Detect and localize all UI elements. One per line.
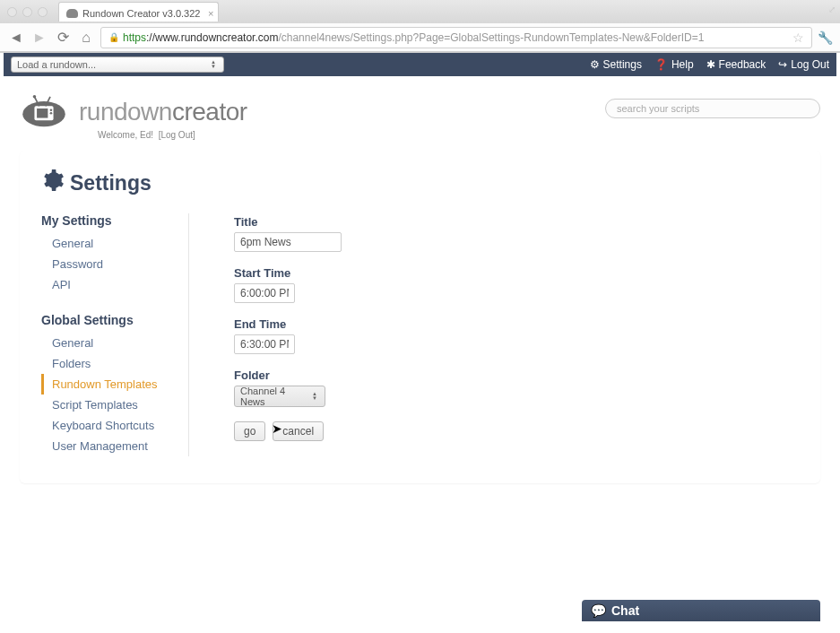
rundown-dropdown-label: Load a rundown... [17,59,96,70]
folder-label: Folder [234,369,342,382]
settings-wrench-icon[interactable]: 🔧 [818,30,833,45]
folder-dropdown[interactable]: Channel 4 News ▲▼ [234,386,325,407]
start-time-label: Start Time [234,266,342,280]
address-bar[interactable]: 🔒 https://www.rundowncreator.com/channel… [100,27,812,48]
app-top-nav: Load a rundown... ▲▼ ⚙ Settings ❓ Help ✱… [4,53,836,76]
search-input[interactable]: search your scripts [605,99,820,118]
sidebar-item-api[interactable]: API [41,274,179,295]
sidebar-item-folders[interactable]: Folders [41,353,179,374]
settings-sidebar: My Settings General Password API Global … [41,213,189,456]
close-tab-icon[interactable]: × [208,8,213,19]
sidebar-item-general-global[interactable]: General [41,333,179,353]
sidebar-item-user-management[interactable]: User Management [41,436,179,456]
logout-link[interactable]: [Log Out] [159,130,195,140]
close-window-icon[interactable] [7,7,17,17]
search-placeholder: search your scripts [617,103,699,114]
dropdown-arrows-icon: ▲▼ [312,390,322,403]
chat-icon: 💬 [591,603,606,618]
minimize-window-icon[interactable] [22,7,32,17]
svg-point-3 [50,108,53,111]
template-form: Title Start Time End Time Folder [234,213,342,456]
expand-icon[interactable]: ⤢ [828,4,836,14]
bookmark-icon[interactable]: ☆ [792,30,804,45]
go-button[interactable]: go [234,421,265,441]
browser-toolbar: ◄ ► ⟳ ⌂ 🔒 https://www.rundowncreator.com… [0,23,840,52]
browser-tab-bar: Rundown Creator v3.0.322 × ⤢ [0,0,840,23]
nav-logout[interactable]: ↪ Log Out [778,58,829,71]
title-input[interactable] [234,232,342,252]
sidebar-item-password[interactable]: Password [41,254,179,274]
end-time-label: End Time [234,317,342,331]
help-icon: ❓ [654,58,668,71]
nav-help[interactable]: ❓ Help [654,58,694,71]
svg-point-7 [33,95,37,99]
settings-gear-icon [41,169,65,197]
end-time-input[interactable] [234,334,295,354]
chat-label: Chat [611,603,639,618]
logout-icon: ↪ [778,58,787,71]
favicon-icon [66,9,78,18]
sidebar-item-keyboard-shortcuts[interactable]: Keyboard Shortcuts [41,415,179,436]
start-time-input[interactable] [234,283,295,303]
forward-button[interactable]: ► [30,29,48,47]
sidebar-item-script-templates[interactable]: Script Templates [41,395,179,415]
sidebar-heading-my: My Settings [41,213,179,228]
back-button[interactable]: ◄ [7,29,25,47]
nav-settings-label: Settings [603,58,642,71]
welcome-text: Welcome, Ed! [Log Out] [98,130,836,140]
svg-rect-2 [37,108,48,118]
sidebar-item-general-my[interactable]: General [41,233,179,254]
settings-panel: Settings My Settings General Password AP… [20,151,820,483]
brand-name: rundowncreator [79,98,247,126]
nav-feedback[interactable]: ✱ Feedback [706,58,766,71]
page-title: Settings [41,169,799,197]
tab-title-label: Rundown Creator v3.0.322 [82,8,200,19]
nav-logout-label: Log Out [791,58,829,71]
window-controls[interactable] [7,7,48,17]
cancel-button[interactable]: cancel [273,421,324,441]
nav-help-label: Help [671,58,694,71]
browser-tab[interactable]: Rundown Creator v3.0.322 × [58,2,219,22]
dropdown-arrows-icon: ▲▼ [211,58,221,71]
lock-icon: 🔒 [108,32,119,42]
sidebar-item-rundown-templates[interactable]: Rundown Templates [41,374,179,395]
rundown-dropdown[interactable]: Load a rundown... ▲▼ [11,56,224,73]
logo-icon [20,89,68,128]
chat-bar[interactable]: 💬 Chat [582,600,820,621]
nav-feedback-label: Feedback [719,58,766,71]
nav-settings[interactable]: ⚙ Settings [590,58,642,71]
svg-point-4 [50,112,53,115]
title-label: Title [234,215,342,229]
gear-icon: ⚙ [590,58,600,71]
url-text: https://www.rundowncreator.com/channel4n… [123,31,704,44]
home-button[interactable]: ⌂ [77,29,95,47]
folder-dropdown-value: Channel 4 News [240,386,310,407]
maximize-window-icon[interactable] [38,7,48,17]
reload-button[interactable]: ⟳ [54,29,72,47]
sidebar-heading-global: Global Settings [41,313,179,327]
feedback-icon: ✱ [706,58,715,71]
